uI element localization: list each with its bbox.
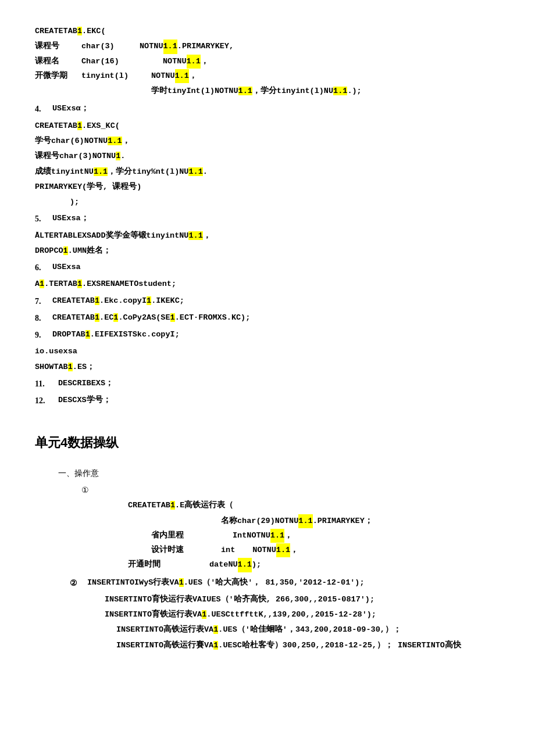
create-tab-kw2: CREATETAB <box>35 121 77 130</box>
hl-8c: 1 <box>170 313 175 322</box>
drop-line: DROPCO1.UMN姓名； <box>35 244 500 258</box>
create-gaotie: CREATETAB1.E高铁运行表（ <box>128 499 500 513</box>
hl-a1: 1 <box>40 280 44 288</box>
item4: 4. USExsα； <box>35 102 500 116</box>
insert2-line: INSERTINTO育快运行表VAIUES（'哈齐高快, 266,300,,20… <box>105 593 500 607</box>
fc-notnull2: NOTNU <box>163 55 187 69</box>
hl-1-1c: 1.1 <box>175 69 189 83</box>
kechengbuhao2-text: 课程号char(3)NOTNU <box>35 152 116 160</box>
field-kaixuexueqi: 开微学期 tinyint(l) NOTNU1.1， <box>35 69 500 83</box>
a1-line: A1.TERTAB1.EXSRENAMETOstudent; <box>35 277 500 291</box>
fn-kaixuexueqi: 开微学期 <box>35 69 81 83</box>
insert3-line: INSERTINTO育铁运行表VA1.UESCttffttK,,139,200,… <box>105 608 500 622</box>
drop-text: DROPCO <box>35 246 63 255</box>
field-kaitongshijian: 开通时間 dateNU1.1); <box>128 558 500 572</box>
insert5-text: INSERTINTO高铁运行賽VA1.UESC哈杜客专）300,250,,201… <box>116 641 461 650</box>
insert1-line: INSERTINTOIWyS行表VA1.UES（'哈大高快'， 81,350,'… <box>87 576 365 590</box>
circle2-item: ② INSERTINTOIWyS行表VA1.UES（'哈大高快'， 81,350… <box>70 576 500 590</box>
pk2-text: PRIMARYKEY(学号, 课程号) <box>35 182 141 191</box>
xuehao-text: 学号char(6)NOTNU <box>35 137 108 145</box>
item6-text: USExsa <box>52 260 81 274</box>
alter-rest: ， <box>203 231 211 240</box>
num6: 6. <box>35 260 52 275</box>
hl-alter: 1.1 <box>188 231 202 240</box>
item4-text: USExsα； <box>52 102 89 116</box>
item6: 6. USExsa <box>35 260 500 275</box>
item8-text: CREATETAB1.EC1.CoPy2AS(SE1.ECT·FROMXS.KC… <box>52 311 250 325</box>
create-gt-text: CREATETAB1.E高铁运行表（ <box>128 501 233 510</box>
comma1: ， <box>201 55 209 69</box>
xuehao-line: 学号char(6)NOTNU1.1， <box>35 134 500 148</box>
item7: 7. CREATETAB1.Ekc.copyI1.IKEKC; <box>35 294 500 309</box>
num11: 11. <box>35 377 58 391</box>
period2: . <box>203 167 208 176</box>
field-shejishisu: 设计时速 int NOTNU1.1， <box>151 543 500 557</box>
circle2-label: ② <box>70 576 87 590</box>
item5-text: USExsa； <box>52 212 89 225</box>
field-kechengming: 课程名 Char(16) NOTNU1.1， <box>35 55 500 69</box>
insert4-text: INSERTINTO高铁运行表VA1.UES（'哈佳蛔咯'，343,200,20… <box>116 625 401 634</box>
circle1: ① <box>81 483 500 497</box>
hl-1-1d: 1.1 <box>238 87 252 95</box>
comma3: ， <box>122 137 130 145</box>
create-tab-kw: CREATETAB <box>35 27 77 35</box>
fc-pk: .PRIMARYKEY, <box>177 40 234 53</box>
a1-text: A <box>35 280 40 288</box>
insert5-line: INSERTINTO高铁运行賽VA1.UESC哈杜客专）300,250,,201… <box>116 639 500 653</box>
drop-rest: .UMN姓名； <box>68 246 111 255</box>
xueshi-text: 学时tinyInt(l)NOTNU <box>151 87 238 95</box>
num7: 7. <box>35 294 52 309</box>
item9: 9. DROPTAB1.EIFEXISTSkc.copyI; <box>35 328 500 342</box>
subsection-ops: 一、操作意 <box>58 466 500 481</box>
ft-char3: char(3) <box>81 40 140 53</box>
item8: 8. CREATETAB1.EC1.CoPy2AS(SE1.ECT·FROMXS… <box>35 311 500 325</box>
fc-notnull3: NOTNU <box>151 69 175 83</box>
close-paren-text: ); <box>70 198 79 206</box>
hl-drop: 1 <box>63 246 68 255</box>
chengji-rest: ，学分tiny%nt(l)NU <box>108 167 188 176</box>
end-paren-semi: .); <box>347 87 361 95</box>
hl-1: 1 <box>77 27 82 35</box>
insert2-text: INSERTINTO育快运行表VAIUES（'哈齐高快, 266,300,,20… <box>105 595 374 604</box>
field-shengneililicheng: 省内里程 IntNOTNU1.1， <box>151 529 500 543</box>
sjs-label: 设计时速 <box>151 543 198 557</box>
hl-1-1b: 1.1 <box>187 55 201 69</box>
section-title-text: 单元4数据操纵 <box>35 435 119 450</box>
hl-exs3: 1.1 <box>94 167 108 176</box>
io-text: io.usexsa <box>35 347 77 356</box>
snl-label: 省内里程 <box>151 529 198 543</box>
item-io: io.usexsa <box>35 345 500 359</box>
a1-rest2: .EXSRENAMETOstudent; <box>82 280 176 288</box>
create-tab-ekc-line: CREATETAB1.EKC( <box>35 24 500 38</box>
field-mingcheng: 名称char(29)NOTNU1.1.PRIMARYKEY； <box>174 514 500 528</box>
a1-rest: .TERTAB <box>44 280 77 288</box>
hl-exs4: 1.1 <box>188 167 202 176</box>
hl-mc: 1.1 <box>298 514 312 528</box>
hl-snl: 1.1 <box>270 529 284 543</box>
insert3-text: INSERTINTO育铁运行表VA1.UESCttffttK,,139,200,… <box>105 610 376 619</box>
field-kechengbuhao: 课程号 char(3) NOTNU1.1.PRIMARYKEY, <box>35 40 500 53</box>
alter-text: ĀLTERTABLEXSADD奖学金等锻tinyintNU <box>35 231 188 240</box>
create-exs-kc: CREATETAB1.EXS_KC( <box>35 119 500 133</box>
pk2-line: PRIMARYKEY(学号, 课程号) <box>35 180 500 194</box>
hl-9: 1 <box>85 330 90 339</box>
snl-comma: ， <box>284 529 293 543</box>
sjs-notnull: NOTNU <box>252 543 276 557</box>
sjs-type: int <box>221 543 235 557</box>
item7-text: CREATETAB1.Ekc.copyI1.IKEKC; <box>52 294 184 308</box>
hl-ins5: 1 <box>213 641 218 650</box>
hl-sjs: 1.1 <box>276 543 290 557</box>
hl-ins1: 1 <box>179 578 184 587</box>
ktj-type: dateNU <box>209 558 238 572</box>
ktj-end: ); <box>252 558 261 572</box>
section-unit4-title: 单元4数据操纵 <box>35 431 500 454</box>
snl-type: IntNOTNU <box>233 529 270 543</box>
num5: 5. <box>35 212 52 226</box>
num8: 8. <box>35 311 52 325</box>
num12: 12. <box>35 393 58 408</box>
sjs-comma: ， <box>290 543 298 557</box>
comma2: ， <box>189 69 197 83</box>
item9-text: DROPTAB1.EIFEXISTSkc.copyI; <box>52 328 180 342</box>
alter-line: ĀLTERTABLEXSADD奖学金等锻tinyintNU1.1， <box>35 229 500 243</box>
ekc-suffix: .EKC( <box>82 27 106 35</box>
